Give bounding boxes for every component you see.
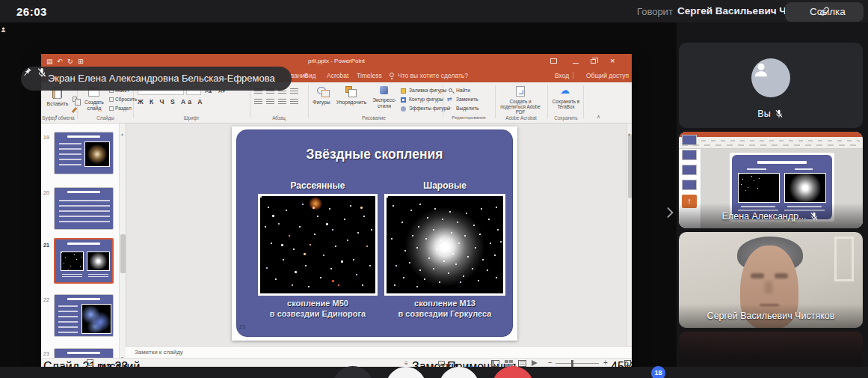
m13-caption-line1[interactable]: скопление М13 <box>378 299 512 308</box>
select-button[interactable]: Выделить <box>456 106 478 111</box>
zoom-slider-thumb[interactable] <box>571 360 573 367</box>
m50-cluster-image[interactable] <box>258 194 378 296</box>
avatar <box>751 58 790 97</box>
terabox-cloud-icon <box>560 85 570 96</box>
spell-check-icon[interactable] <box>87 359 93 366</box>
slide-thumbnail-19[interactable] <box>54 132 114 174</box>
slide-thumbnail-21-selected[interactable] <box>54 238 114 284</box>
thumb-globular-cluster <box>87 252 110 271</box>
share-button[interactable]: Общий доступ <box>586 72 629 79</box>
speaking-participant-name: Сергей Васильевич Ч. <box>677 5 789 16</box>
find-button[interactable]: Найти <box>456 88 470 93</box>
new-slide-button[interactable]: Создать слайд <box>80 100 108 111</box>
undo-icon[interactable]: ↶ <box>57 58 63 65</box>
m13-cluster-image[interactable] <box>384 194 505 296</box>
m50-caption-line2[interactable]: в созвездии Единорога <box>250 309 385 318</box>
font-style-buttons[interactable]: Ж К Ч S Аа А <box>138 98 204 106</box>
open-clusters-heading[interactable]: Рассеянные <box>258 180 378 191</box>
scrollbar-thumb[interactable] <box>628 134 632 198</box>
previous-slide-icon[interactable] <box>627 125 631 138</box>
thumbnail-scrollbar[interactable] <box>119 124 126 358</box>
comments-icon[interactable] <box>438 361 445 366</box>
drawing-group-label: Рисование <box>355 115 393 121</box>
collapse-ribbon-icon[interactable] <box>597 114 600 120</box>
replace-button[interactable]: Заменить <box>456 97 478 102</box>
arrange-button[interactable]: Упорядочить <box>333 100 369 106</box>
minimize-icon[interactable] <box>573 63 579 64</box>
participant-name-row: Елена Александр... <box>679 211 863 222</box>
zoom-out-icon[interactable]: − <box>548 359 552 367</box>
reset-icon <box>109 97 114 102</box>
speaker-nose-shadow <box>765 281 772 293</box>
adobe-group-label: Adobe Acrobat <box>498 115 544 121</box>
share-person-icon <box>0 26 7 33</box>
zoom-slider-track[interactable] <box>555 363 599 364</box>
scrollbar-thumb[interactable] <box>120 234 126 273</box>
group-separator <box>495 85 496 118</box>
mini-open-cluster <box>738 173 780 203</box>
slide-title[interactable]: Звёздные скопления <box>236 147 513 162</box>
slideshow-view-icon[interactable] <box>532 360 538 366</box>
tab-view[interactable]: Вид <box>304 72 316 79</box>
shapes-button[interactable]: Фигуры <box>309 100 334 106</box>
ribbon-display-options-icon[interactable] <box>550 58 557 64</box>
tab-acrobat[interactable]: Acrobat <box>327 72 348 79</box>
globular-clusters-heading[interactable]: Шаровые <box>384 180 505 191</box>
sign-in-link[interactable]: Вход <box>555 72 569 79</box>
quick-styles-button[interactable]: Экспресс-стили <box>369 97 399 109</box>
invite-link-button[interactable]: Ссылка <box>785 2 864 22</box>
notes-pane[interactable] <box>126 346 632 358</box>
tell-me-box[interactable]: Что вы хотите сделать? <box>398 72 468 79</box>
mini-thumb <box>682 135 697 145</box>
redo-icon[interactable]: ↻ <box>67 58 73 65</box>
slide-thumbnail-20[interactable] <box>54 187 114 230</box>
expand-participants-button[interactable] <box>661 203 679 224</box>
copy-icon[interactable] <box>73 97 77 102</box>
m50-caption-line1[interactable]: скопление М50 <box>250 299 385 308</box>
save-icon[interactable]: ▤ <box>46 58 53 65</box>
fit-to-window-icon[interactable] <box>624 360 631 366</box>
mini-thumb <box>682 180 697 190</box>
paste-button[interactable]: Вставить <box>41 101 74 107</box>
shape-effects-button[interactable]: Эффекты фигуры <box>409 106 450 111</box>
notes-placeholder[interactable]: Заметки к слайду <box>135 349 183 356</box>
shape-fill-button[interactable]: Заливка фигуры <box>409 88 446 93</box>
terabox-save-button[interactable]: Сохранить в TeraBox <box>549 99 583 109</box>
close-window-icon[interactable] <box>610 56 615 65</box>
shape-effects-icon <box>401 106 406 112</box>
shape-outline-button[interactable]: Контур фигуры <box>409 97 443 102</box>
participant-tile-speaker[interactable]: Сергей Васильевич Чистяков <box>679 232 863 328</box>
increase-indent-icon[interactable] <box>290 88 298 94</box>
justify-icon[interactable] <box>290 99 298 105</box>
adobe-pdf-button[interactable]: Создать и поделиться Adobe PDF <box>496 99 544 115</box>
group-separator <box>583 85 584 118</box>
scroll-up-icon[interactable] <box>120 125 124 138</box>
normal-view-icon[interactable] <box>491 360 499 367</box>
notes-toggle-icon[interactable] <box>404 360 408 367</box>
start-slideshow-icon[interactable]: ⊞ <box>78 58 84 65</box>
meeting-topbar: 26:03 Говорит Сергей Васильевич Ч. Ссылк… <box>0 0 868 22</box>
thumb-number: 20 <box>43 190 49 195</box>
reading-view-icon[interactable] <box>518 360 526 367</box>
slide-number-placeholder: 21 <box>239 323 245 330</box>
align-right-icon[interactable] <box>278 99 286 105</box>
restore-window-icon[interactable] <box>591 59 596 64</box>
shared-screen-label-pill: Экран Елена Александровна Бельская-Ефрем… <box>21 67 292 91</box>
zoom-in-icon[interactable]: + <box>603 359 608 367</box>
align-left-icon[interactable] <box>254 99 262 105</box>
screen-share-stage: ▤ ↶ ↻ ⊞ pril.pptx - PowerPoint ование Ви… <box>0 22 677 367</box>
m13-caption-line2[interactable]: в созвездии Геркулеса <box>378 309 512 318</box>
reset-button[interactable]: Сбросить <box>109 97 137 102</box>
chat-unread-badge[interactable]: 18 <box>651 366 665 378</box>
section-button[interactable]: Раздел <box>109 106 132 111</box>
participant-tile-you[interactable]: Вы <box>679 43 863 128</box>
tab-addin[interactable]: Timeless <box>357 72 382 79</box>
shared-screen-label: Экран Елена Александровна Бельская-Ефрем… <box>48 73 275 84</box>
slide-thumbnail-22[interactable] <box>54 294 114 337</box>
participant-name: Сергей Васильевич Чистяков <box>679 311 863 321</box>
align-center-icon[interactable] <box>266 99 274 105</box>
pin-icon[interactable] <box>21 67 33 79</box>
quick-styles-icon <box>380 86 388 94</box>
canvas-scrollbar[interactable] <box>627 124 632 346</box>
participant-tile-presenter-screen[interactable]: Елена Александр... <box>679 132 863 228</box>
